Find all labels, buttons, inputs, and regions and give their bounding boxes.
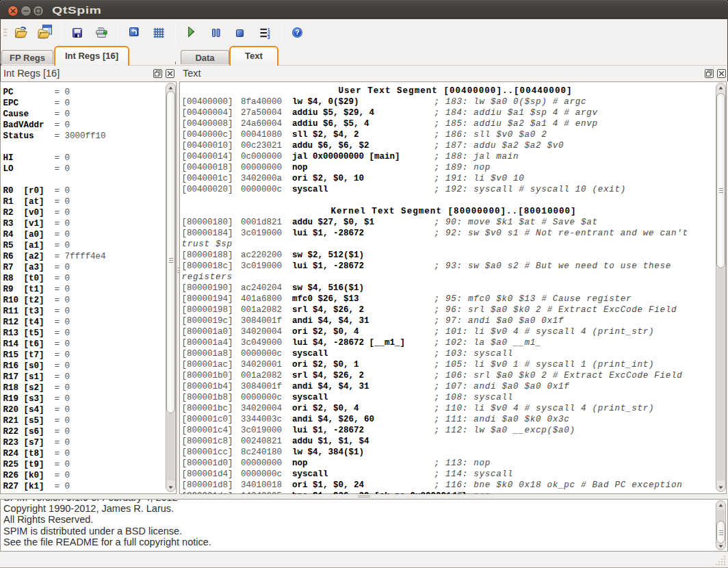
svg-text:?: ? (295, 29, 299, 36)
svg-text:3: 3 (268, 35, 270, 39)
